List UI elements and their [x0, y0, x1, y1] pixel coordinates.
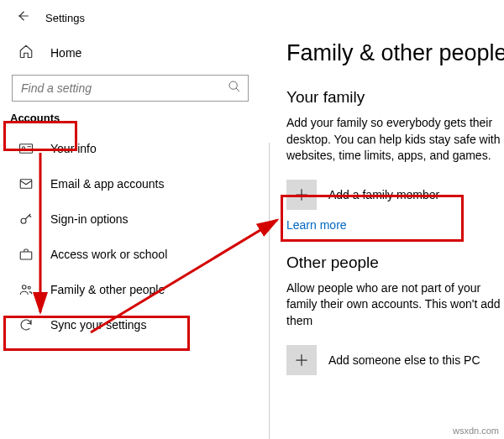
svg-rect-3 [20, 180, 32, 189]
search-icon [228, 80, 241, 97]
sidebar-item-sync-settings[interactable]: Sync your settings [0, 307, 260, 342]
svg-point-4 [21, 218, 26, 223]
key-icon [18, 212, 34, 227]
plus-icon [286, 180, 317, 210]
window-title: Settings [45, 12, 85, 24]
sidebar-item-email-accounts[interactable]: Email & app accounts [0, 166, 260, 201]
sidebar-item-your-info[interactable]: Your info [0, 131, 260, 166]
sidebar-item-label: Your info [50, 142, 97, 155]
section-accounts: Accounts [0, 102, 70, 131]
mail-icon [18, 176, 34, 191]
add-family-member-button[interactable]: Add a family member [286, 176, 504, 213]
people-icon [18, 282, 34, 297]
main-panel: Family & other people Your family Add yo… [281, 32, 504, 379]
sidebar-home-label: Home [50, 46, 81, 60]
watermark: wsxdn.com [453, 426, 499, 436]
add-family-label: Add a family member [328, 188, 439, 201]
add-other-label: Add someone else to this PC [328, 353, 480, 367]
other-people-description: Allow people who are not part of your fa… [286, 280, 504, 330]
page-title: Family & other people [286, 40, 504, 66]
sync-icon [18, 317, 34, 332]
sidebar-item-label: Access work or school [50, 248, 167, 261]
sidebar: Home Accounts Your info Email & app acco… [0, 32, 260, 342]
svg-rect-1 [20, 144, 33, 154]
add-other-person-button[interactable]: Add someone else to this PC [286, 342, 504, 379]
vertical-divider [269, 143, 270, 439]
sidebar-item-family-other[interactable]: Family & other people [0, 272, 260, 307]
plus-icon [286, 345, 317, 375]
svg-point-7 [28, 286, 30, 289]
svg-point-6 [23, 285, 27, 290]
search-box[interactable] [12, 75, 249, 102]
learn-more-link[interactable]: Learn more [286, 218, 347, 232]
search-input[interactable] [19, 81, 228, 96]
briefcase-icon [18, 247, 34, 262]
sidebar-item-label: Sync your settings [50, 318, 146, 332]
sidebar-item-access-work-school[interactable]: Access work or school [0, 237, 260, 272]
sidebar-item-label: Email & app accounts [50, 177, 164, 191]
id-card-icon [18, 141, 34, 156]
svg-rect-5 [20, 252, 32, 259]
svg-point-0 [229, 81, 237, 89]
home-icon [18, 44, 34, 61]
sidebar-item-label: Family & other people [50, 283, 165, 296]
sidebar-item-label: Sign-in options [50, 212, 129, 226]
other-people-heading: Other people [286, 253, 504, 272]
svg-point-2 [23, 147, 25, 149]
family-description: Add your family so everybody gets their … [286, 115, 504, 165]
sidebar-item-signin-options[interactable]: Sign-in options [0, 201, 260, 237]
family-heading: Your family [286, 88, 504, 107]
sidebar-home[interactable]: Home [0, 32, 260, 75]
back-icon[interactable] [15, 8, 30, 27]
